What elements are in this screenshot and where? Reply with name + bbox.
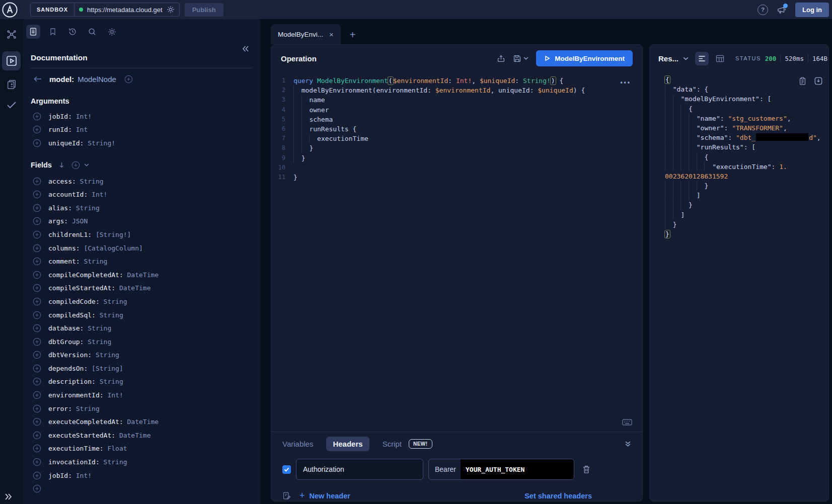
saved-operations-icon[interactable] [46,25,60,39]
field-row[interactable]: columns: [CatalogColumn] [23,241,260,255]
field-row[interactable]: access: String [23,175,260,188]
publish-button[interactable]: Publish [185,3,223,17]
download-response-icon[interactable] [814,77,822,86]
field-row[interactable]: compileStartedAt: DateTime [23,282,260,295]
field-row[interactable]: compiledSql: String [23,308,260,322]
field-row[interactable]: accountId: Int! [23,188,260,201]
add-field-icon[interactable] [33,458,41,466]
table-view-icon[interactable] [713,52,727,65]
collapse-subpanel-icon[interactable] [625,441,631,447]
field-row[interactable]: runId: Int [23,123,260,137]
add-field-icon[interactable] [33,190,41,199]
connection-settings-gear-icon[interactable] [167,6,175,14]
schema-graph-icon[interactable] [0,29,23,40]
response-chevron-icon[interactable] [683,57,689,60]
field-row[interactable]: compiledCode: String [23,295,260,308]
add-field-icon[interactable] [33,284,41,292]
field-row[interactable]: dbtGroup: String [23,335,260,349]
add-field-icon[interactable] [33,404,41,413]
response-body[interactable]: {"data": {"modelByEnvironment": [{"name"… [650,72,828,501]
field-row[interactable]: executionTime: Float [23,442,260,456]
add-field-icon[interactable] [33,471,41,480]
copy-response-icon[interactable] [799,77,806,86]
add-field-icon[interactable] [33,338,41,346]
tab-script[interactable]: Script [383,440,402,448]
query-editor[interactable]: 1query ModelByEnvironment($environmentId… [271,72,642,432]
sandbox-chip[interactable]: SANDBOX [31,3,74,16]
run-operation-button[interactable]: ModelByEnvironment [536,50,633,66]
add-field-icon[interactable] [33,230,41,239]
add-field-icon[interactable] [33,125,41,134]
save-operation-group[interactable] [513,54,528,63]
formatted-view-icon[interactable] [695,52,709,65]
field-row[interactable]: description: String [23,375,260,389]
share-operation-icon[interactable] [497,54,505,63]
add-field-icon[interactable] [33,311,41,319]
explorer-nav-item[interactable] [2,51,21,70]
add-field-icon[interactable] [33,324,41,332]
field-row[interactable]: database: String [23,321,260,335]
field-row[interactable]: comment: String [23,255,260,268]
expand-rail-icon[interactable] [5,493,12,500]
close-tab-icon[interactable]: × [329,31,334,38]
apollo-logo-icon[interactable] [1,1,18,18]
field-row[interactable]: environmentId: Int! [23,388,260,402]
endpoint-url-box[interactable]: https://metadata.cloud.get [74,3,179,16]
add-field-icon[interactable] [33,444,41,453]
sort-fields-icon[interactable] [59,162,64,169]
add-field-icon[interactable] [33,257,41,266]
field-row[interactable]: compileCompletedAt: DateTime [23,268,260,282]
back-arrow-icon[interactable] [34,76,42,82]
add-field-icon[interactable] [33,204,41,212]
search-icon[interactable] [85,25,99,39]
documentation-tab-icon[interactable] [26,25,40,39]
field-row[interactable]: executeCompletedAt: DateTime [23,415,260,429]
add-field-icon[interactable] [33,217,41,225]
keyboard-shortcuts-icon[interactable] [622,419,632,426]
field-row[interactable]: error: String [23,402,260,415]
add-field-icon[interactable] [33,431,41,440]
add-field-icon[interactable] [33,177,41,186]
field-row[interactable]: invocationId: String [23,455,260,469]
header-value-field[interactable]: Bearer YOUR_AUTH_TOKEN [428,459,574,480]
add-field-icon[interactable] [33,364,41,373]
bulk-edit-icon[interactable] [282,491,291,500]
field-row[interactable]: childrenL1: [String!] [23,228,260,241]
new-header-button[interactable]: + New header [299,490,350,501]
field-row[interactable]: jobId: Int! [23,110,260,123]
add-field-icon[interactable] [33,377,41,386]
checks-icon[interactable] [0,99,23,111]
header-key-input[interactable] [296,459,423,480]
help-icon[interactable]: ? [758,5,768,15]
field-row[interactable]: jobId: Int! [23,469,260,482]
auth-token-value[interactable]: YOUR_AUTH_TOKEN [461,459,574,479]
add-field-icon[interactable] [33,391,41,399]
add-field-icon[interactable] [124,75,133,83]
explorer-settings-gear-icon[interactable] [105,25,119,39]
field-row[interactable]: alias: String [23,201,260,215]
add-field-icon[interactable] [33,351,41,359]
add-all-fields-icon[interactable] [71,161,80,170]
field-row[interactable]: dependsOn: [String] [23,362,260,375]
history-icon[interactable] [65,25,80,39]
tab-variables[interactable]: Variables [282,440,313,448]
add-field-icon[interactable] [33,112,41,121]
add-field-icon[interactable] [33,484,41,493]
announcements-icon[interactable] [777,5,787,15]
field-row[interactable] [23,482,260,495]
delete-header-icon[interactable] [582,465,590,474]
operation-collections-icon[interactable] [0,79,23,90]
field-row[interactable]: executeStartedAt: DateTime [23,429,260,442]
add-field-icon[interactable] [33,417,41,426]
fields-options-chevron-icon[interactable] [84,163,89,166]
operation-tab[interactable]: ModelByEnvi... × [271,24,341,44]
response-selector[interactable]: Res... [658,54,678,63]
header-enabled-checkbox[interactable] [282,465,291,474]
tab-headers[interactable]: Headers [326,437,369,451]
field-row[interactable]: args: JSON [23,215,260,228]
breadcrumb-type[interactable]: ModelNode [78,75,116,83]
set-shared-headers-link[interactable]: Set shared headers [524,492,592,500]
collapse-docs-icon[interactable] [242,46,249,52]
editor-options-icon[interactable]: ••• [620,79,631,86]
new-tab-button[interactable]: + [347,29,359,40]
